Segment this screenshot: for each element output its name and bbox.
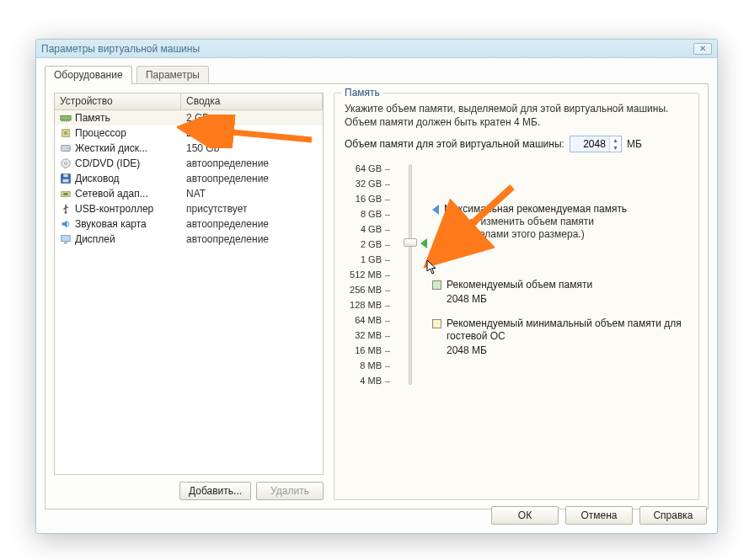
spinner-up-icon[interactable]: ▲ [610, 136, 621, 144]
rec-marker: Рекомендуемый объем памяти 2048 МБ [432, 279, 592, 306]
vm-settings-window: Параметры виртуальной машины ✕ Оборудова… [35, 39, 718, 534]
svg-point-16 [65, 211, 67, 214]
device-table-header: Устройство Сводка [55, 93, 323, 110]
memory-legend: Память [341, 87, 383, 99]
svg-rect-2 [63, 120, 65, 122]
ok-button[interactable]: ОК [491, 506, 559, 525]
green-legend-icon [432, 280, 441, 290]
rec-title: Рекомендуемый объем памяти [447, 279, 592, 291]
device-summary: автоопределение [181, 232, 323, 247]
memory-ticks: 64 GB32 GB16 GB8 GB4 GB2 GB1 GB512 MB256… [345, 161, 390, 388]
device-name: USB-контроллер [75, 201, 153, 216]
memory-tick: 32 GB [356, 176, 390, 191]
device-row[interactable]: CD/DVD (IDE)автоопределение [55, 156, 323, 171]
memory-tick: 8 MB [360, 358, 390, 373]
device-name: Дисплей [75, 232, 115, 247]
remove-device-button: Удалить [256, 482, 324, 500]
device-summary: автоопределение [181, 216, 323, 232]
tab-hardware[interactable]: Оборудование [45, 66, 132, 84]
cancel-button[interactable]: Отмена [565, 506, 633, 525]
col-device[interactable]: Устройство [55, 93, 181, 109]
device-row[interactable]: Сетевой адап...NAT [55, 186, 323, 201]
svg-point-8 [68, 147, 70, 149]
memory-slider[interactable] [402, 161, 420, 388]
svg-rect-13 [63, 179, 69, 183]
memory-tick: 16 MB [355, 343, 390, 358]
hardware-panel: Устройство Сводка Память2 GBПроцессор2Же… [45, 83, 709, 509]
device-name: Звуковая карта [75, 216, 147, 232]
device-name: Память [75, 110, 110, 125]
device-row[interactable]: Дисководавтоопределение [55, 171, 323, 186]
device-row[interactable]: Процессор2 [55, 125, 323, 141]
max-rec-marker: Максимальная рекомендуемая память (можно… [432, 203, 627, 255]
device-name: CD/DVD (IDE) [75, 156, 140, 171]
rec-value: 2048 МБ [447, 293, 592, 306]
svg-rect-1 [62, 120, 63, 122]
current-marker [420, 237, 427, 248]
device-name: Процессор [75, 125, 126, 141]
add-device-button[interactable]: Добавить... [179, 482, 251, 500]
svg-rect-6 [64, 131, 67, 135]
memory-tick: 128 MB [350, 297, 390, 312]
green-triangle-icon [420, 238, 427, 248]
slider-rail [409, 164, 412, 385]
memory-tick: 8 GB [361, 206, 390, 221]
memory-tick: 32 MB [355, 328, 390, 343]
memory-icon [60, 112, 72, 124]
max-rec-title: Максимальная рекомендуемая память [444, 203, 627, 216]
memory-tick: 4 GB [361, 221, 390, 237]
device-summary: автоопределение [181, 171, 323, 186]
floppy-icon [60, 173, 72, 184]
memory-info: Максимальная рекомендуемая память (можно… [432, 161, 688, 388]
svg-rect-3 [66, 120, 67, 122]
device-row[interactable]: Жесткий диск...150 Gb [55, 141, 323, 156]
col-summary[interactable]: Сводка [181, 93, 323, 109]
memory-description: Укажите объем памяти, выделяемой для это… [345, 102, 688, 129]
memory-fieldset: Память Укажите объем памяти, выделяемой … [334, 93, 699, 500]
device-summary: 2 [181, 125, 323, 141]
device-name: Сетевой адап... [75, 186, 148, 201]
tab-options[interactable]: Параметры [136, 66, 209, 84]
memory-input[interactable] [570, 136, 609, 152]
usb-icon [60, 203, 72, 215]
max-rec-note2: за пределами этого размера.) [444, 228, 627, 241]
memory-tick: 512 MB [350, 267, 390, 282]
device-summary: 150 Gb [181, 141, 323, 156]
device-table: Устройство Сводка Память2 GBПроцессор2Же… [54, 93, 324, 475]
help-button[interactable]: Справка [639, 506, 707, 525]
yellow-legend-icon [432, 319, 441, 328]
svg-point-10 [65, 163, 67, 165]
memory-tick: 16 GB [356, 191, 390, 206]
window-close-button[interactable]: ✕ [693, 43, 712, 55]
svg-rect-18 [64, 243, 67, 244]
memory-spinner[interactable]: ▲ ▼ [570, 136, 622, 152]
memory-tick: 1 GB [361, 252, 390, 267]
spinner-arrows[interactable]: ▲ ▼ [609, 136, 621, 152]
device-summary: автоопределение [181, 156, 323, 171]
window-title: Параметры виртуальной машины [41, 40, 200, 58]
min-rec-title: Рекомендуемый минимальный объем памяти д… [447, 317, 688, 343]
slider-handle[interactable] [404, 238, 417, 247]
dialog-buttons: ОК Отмена Справка [491, 506, 707, 525]
min-rec-value: 2048 МБ [447, 344, 688, 357]
device-name: Жесткий диск... [75, 141, 147, 156]
memory-tick: 64 GB [356, 161, 390, 176]
svg-rect-0 [61, 115, 71, 120]
nic-icon [60, 188, 72, 200]
min-rec-marker: Рекомендуемый минимальный объем памяти д… [432, 317, 688, 357]
device-row[interactable]: Дисплейавтоопределение [55, 232, 323, 247]
device-row[interactable]: USB-контроллерприсутствует [55, 201, 323, 216]
memory-tick: 2 GB [361, 237, 390, 252]
sound-icon [60, 218, 72, 230]
device-name: Дисковод [75, 171, 120, 186]
spinner-down-icon[interactable]: ▼ [610, 144, 621, 152]
titlebar[interactable]: Параметры виртуальной машины ✕ [36, 40, 717, 58]
memory-tick: 256 MB [350, 282, 390, 297]
memory-tick: 4 MB [360, 373, 390, 388]
device-row[interactable]: Память2 GB [55, 110, 323, 125]
max-rec-value: 2048 МБ [444, 243, 627, 255]
svg-rect-4 [68, 120, 70, 122]
svg-rect-15 [63, 193, 67, 195]
device-row[interactable]: Звуковая картаавтоопределение [55, 216, 323, 232]
tabstrip: Оборудование Параметры [45, 65, 709, 83]
